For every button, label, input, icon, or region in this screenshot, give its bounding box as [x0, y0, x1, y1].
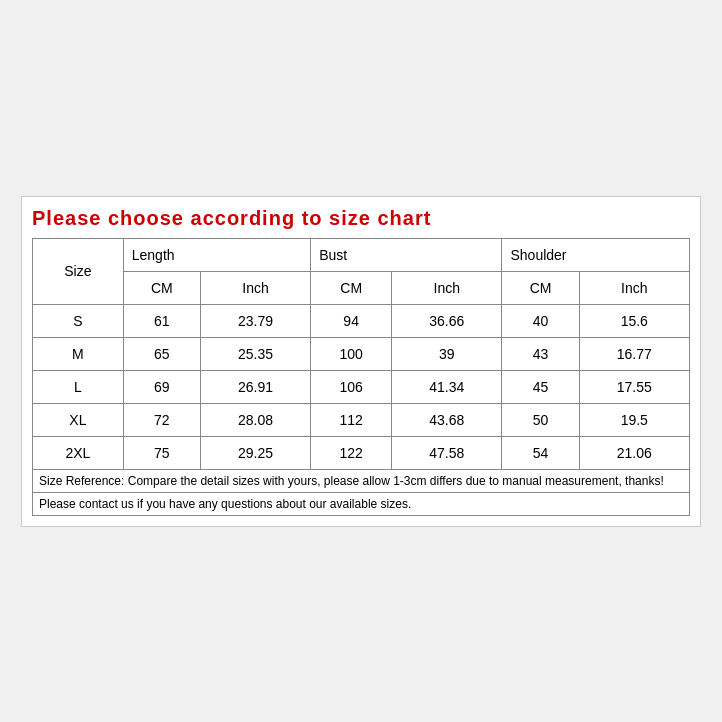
table-cell: 28.08 [200, 403, 310, 436]
size-table: Size Length Bust Shoulder CM Inch CM Inc… [32, 238, 690, 516]
length-header: Length [123, 238, 310, 271]
table-cell: 39 [392, 337, 502, 370]
table-cell: 15.6 [579, 304, 689, 337]
note-row: Size Reference: Compare the detail sizes… [33, 469, 690, 492]
bust-header: Bust [311, 238, 502, 271]
table-cell: 19.5 [579, 403, 689, 436]
table-cell: 25.35 [200, 337, 310, 370]
table-row: 2XL7529.2512247.585421.06 [33, 436, 690, 469]
table-cell: S [33, 304, 124, 337]
table-cell: 2XL [33, 436, 124, 469]
table-cell: 50 [502, 403, 579, 436]
note-text: Size Reference: Compare the detail sizes… [33, 469, 690, 492]
table-cell: 45 [502, 370, 579, 403]
table-cell: 26.91 [200, 370, 310, 403]
table-cell: 106 [311, 370, 392, 403]
length-cm-header: CM [123, 271, 200, 304]
table-cell: L [33, 370, 124, 403]
table-cell: 40 [502, 304, 579, 337]
table-cell: 29.25 [200, 436, 310, 469]
note-text: Please contact us if you have any questi… [33, 492, 690, 515]
table-row: M6525.35100394316.77 [33, 337, 690, 370]
table-row: L6926.9110641.344517.55 [33, 370, 690, 403]
table-cell: M [33, 337, 124, 370]
size-header: Size [33, 238, 124, 304]
bust-inch-header: Inch [392, 271, 502, 304]
table-cell: 100 [311, 337, 392, 370]
table-cell: 43 [502, 337, 579, 370]
table-cell: 21.06 [579, 436, 689, 469]
shoulder-header: Shoulder [502, 238, 690, 271]
table-cell: 43.68 [392, 403, 502, 436]
table-cell: 69 [123, 370, 200, 403]
table-cell: 23.79 [200, 304, 310, 337]
table-cell: 112 [311, 403, 392, 436]
table-cell: 65 [123, 337, 200, 370]
table-cell: 94 [311, 304, 392, 337]
chart-title: Please choose according to size chart [32, 207, 690, 230]
size-chart-container: Please choose according to size chart Si… [21, 196, 701, 527]
table-cell: 122 [311, 436, 392, 469]
note-row: Please contact us if you have any questi… [33, 492, 690, 515]
table-row: XL7228.0811243.685019.5 [33, 403, 690, 436]
table-cell: 54 [502, 436, 579, 469]
table-cell: XL [33, 403, 124, 436]
table-row: S6123.799436.664015.6 [33, 304, 690, 337]
table-cell: 16.77 [579, 337, 689, 370]
table-cell: 17.55 [579, 370, 689, 403]
length-inch-header: Inch [200, 271, 310, 304]
table-cell: 75 [123, 436, 200, 469]
table-cell: 61 [123, 304, 200, 337]
table-cell: 72 [123, 403, 200, 436]
table-cell: 36.66 [392, 304, 502, 337]
table-cell: 47.58 [392, 436, 502, 469]
table-cell: 41.34 [392, 370, 502, 403]
bust-cm-header: CM [311, 271, 392, 304]
shoulder-cm-header: CM [502, 271, 579, 304]
shoulder-inch-header: Inch [579, 271, 689, 304]
